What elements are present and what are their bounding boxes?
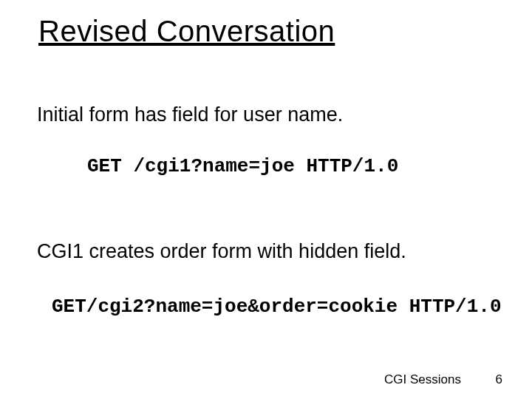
body-text-1: Initial form has field for user name. [37, 103, 343, 126]
slide: Revised Conversation Initial form has fi… [0, 0, 532, 399]
body-text-2: CGI1 creates order form with hidden fiel… [37, 240, 406, 263]
slide-title: Revised Conversation [38, 15, 335, 48]
http-request-1: GET /cgi1?name=joe HTTP/1.0 [87, 155, 398, 177]
footer-page-number: 6 [496, 372, 502, 387]
footer-section-label: CGI Sessions [384, 372, 461, 387]
http-request-2: GET/cgi2?name=joe&order=cookie HTTP/1.0 [52, 296, 502, 318]
